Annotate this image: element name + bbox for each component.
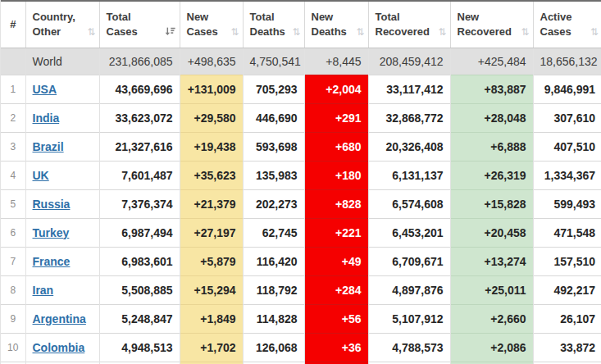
cell-new-cases: +1,702 [180, 333, 243, 362]
cell-new-cases: +498,635 [180, 48, 243, 75]
table-body: World231,866,085+498,6354,750,541+8,4452… [1, 48, 601, 364]
cell-rank: 4 [1, 161, 25, 189]
cell-new-deaths: +2,004 [304, 75, 368, 103]
cell-country: Turkey [25, 218, 99, 247]
cell-new-deaths: +680 [304, 132, 368, 161]
table-header: #Country, Other⇅Total CasesNew Cases⇅Tot… [1, 1, 601, 48]
cell-country: India [25, 103, 99, 132]
cell-total-recovered: 6,453,201 [368, 218, 450, 247]
cell-new-cases: +21,379 [180, 189, 243, 218]
column-header-active_cases[interactable]: Active Cases⇅ [533, 1, 601, 48]
country-link[interactable]: Colombia [33, 341, 85, 354]
column-header-label: New Cases [187, 10, 228, 39]
cell-active-cases: 407,510 [533, 132, 601, 161]
cell-country: Iran [25, 275, 99, 304]
cell-active-cases: 492,217 [533, 275, 601, 304]
cell-total-deaths: 593,698 [243, 132, 304, 161]
cell-new-recovered: +6,888 [450, 132, 533, 161]
cell-total-cases: 43,669,696 [99, 75, 180, 103]
cell-rank: 2 [1, 103, 25, 132]
cell-active-cases: 26,107 [533, 304, 601, 333]
cell-new-deaths: +56 [304, 304, 368, 333]
cell-new-recovered: +13,274 [450, 247, 533, 275]
cell-active-cases: 307,610 [533, 103, 601, 132]
cell-rank: 8 [1, 275, 25, 304]
country-link[interactable]: Russia [33, 198, 71, 211]
cell-rank: 10 [1, 333, 25, 362]
cell-new-cases: +5,879 [180, 247, 243, 275]
table-row: 3Brazil21,327,616+19,438593,698+68020,32… [1, 132, 601, 161]
covid-stats-table: #Country, Other⇅Total CasesNew Cases⇅Tot… [0, 0, 601, 364]
cell-rank: 5 [1, 189, 25, 218]
cell-new-deaths: +291 [304, 103, 368, 132]
cell-country: World [25, 48, 99, 75]
cell-new-recovered: +20,458 [450, 218, 533, 247]
cell-new-deaths: +8,445 [304, 48, 368, 75]
column-header-total_cases[interactable]: Total Cases [99, 1, 180, 48]
country-link[interactable]: Brazil [33, 140, 64, 153]
column-header-rank: # [1, 1, 25, 48]
cell-new-recovered: +425,484 [450, 48, 533, 75]
cell-total-recovered: 20,326,408 [368, 132, 450, 161]
country-link[interactable]: Argentina [33, 312, 86, 325]
sort-icon: ⇅ [87, 27, 95, 37]
country-link[interactable]: Turkey [33, 226, 70, 239]
column-header-new_cases[interactable]: New Cases⇅ [180, 1, 243, 48]
column-header-label: New Recovered [458, 10, 518, 39]
cell-total-cases: 231,866,085 [99, 48, 180, 75]
cell-total-cases: 4,948,513 [99, 333, 180, 362]
table-row: 8Iran5,508,885+15,294118,792+2844,897,87… [1, 275, 601, 304]
cell-new-deaths: +180 [304, 161, 368, 189]
cell-total-cases: 6,987,494 [99, 218, 180, 247]
cell-rank: 7 [1, 247, 25, 275]
country-link[interactable]: USA [33, 83, 57, 96]
table-row: 7France6,983,601+5,879116,420+496,709,67… [1, 247, 601, 275]
cell-total-cases: 6,983,601 [99, 247, 180, 275]
column-header-label: New Deaths [312, 10, 353, 39]
cell-total-deaths: 62,745 [243, 218, 304, 247]
header-row: #Country, Other⇅Total CasesNew Cases⇅Tot… [1, 1, 601, 48]
column-header-new_recovered[interactable]: New Recovered⇅ [450, 1, 533, 48]
cell-total-recovered: 208,459,412 [368, 48, 450, 75]
cell-total-recovered: 4,788,573 [368, 333, 450, 362]
countries-table: #Country, Other⇅Total CasesNew Cases⇅Tot… [1, 0, 601, 364]
cell-total-deaths: 126,068 [243, 333, 304, 362]
cell-new-recovered: +83,887 [450, 75, 533, 103]
column-header-total_deaths[interactable]: Total Deaths⇅ [243, 1, 304, 48]
cell-total-deaths: 202,273 [243, 189, 304, 218]
cell-total-recovered: 33,117,412 [368, 75, 450, 103]
column-header-total_recovered[interactable]: Total Recovered⇅ [368, 1, 450, 48]
cell-country: Brazil [25, 132, 99, 161]
cell-new-cases: +19,438 [180, 132, 243, 161]
cell-total-recovered: 32,868,772 [368, 103, 450, 132]
cell-new-deaths: +284 [304, 275, 368, 304]
cell-new-cases: +35,623 [180, 161, 243, 189]
cell-total-cases: 33,623,072 [99, 103, 180, 132]
country-link[interactable]: India [33, 111, 60, 125]
cell-new-cases: +131,009 [180, 75, 243, 103]
column-header-country[interactable]: Country, Other⇅ [25, 1, 99, 48]
cell-new-cases: +29,580 [180, 103, 243, 132]
cell-new-cases: +1,849 [180, 304, 243, 333]
cell-total-deaths: 114,828 [243, 304, 304, 333]
country-link[interactable]: France [33, 255, 71, 268]
sort-icon: ⇅ [521, 27, 529, 37]
cell-new-recovered: +25,011 [450, 275, 533, 304]
cell-total-cases: 7,601,487 [99, 161, 180, 189]
cell-total-deaths: 116,420 [243, 247, 304, 275]
cell-total-deaths: 4,750,541 [243, 48, 304, 75]
sort-icon: ⇅ [438, 27, 446, 37]
column-header-new_deaths[interactable]: New Deaths⇅ [304, 1, 368, 48]
world-row: World231,866,085+498,6354,750,541+8,4452… [1, 48, 601, 75]
table-row: 6Turkey6,987,494+27,19762,745+2216,453,2… [1, 218, 601, 247]
cell-new-deaths: +36 [304, 333, 368, 362]
cell-rank: 6 [1, 218, 25, 247]
cell-new-cases: +27,197 [180, 218, 243, 247]
cell-new-recovered: +15,828 [450, 189, 533, 218]
cell-total-recovered: 5,107,912 [368, 304, 450, 333]
country-link[interactable]: Iran [33, 284, 54, 297]
sort-icon: ⇅ [590, 27, 599, 37]
cell-total-recovered: 6,131,137 [368, 161, 450, 189]
cell-new-recovered: +28,048 [450, 103, 533, 132]
country-link[interactable]: UK [33, 169, 49, 182]
